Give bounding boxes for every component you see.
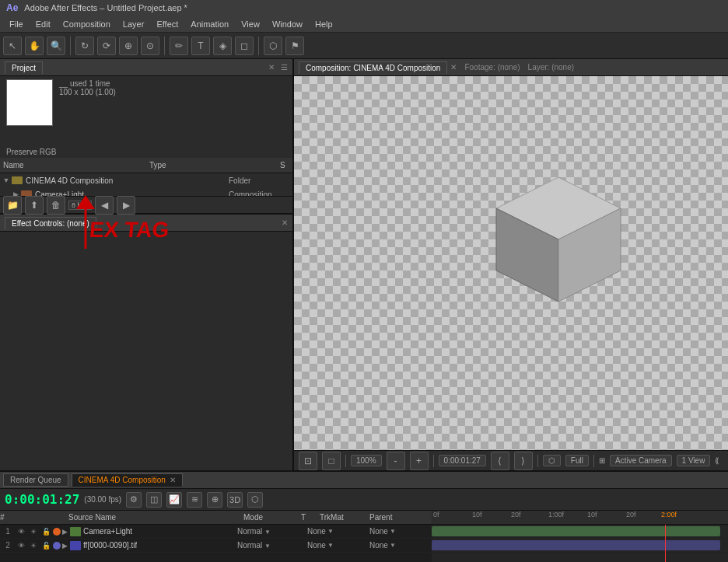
timeline-tracks: # Source Name Mode T TrkMat Parent 0f 10… — [0, 511, 728, 562]
project-delete[interactable]: 🗑 — [47, 196, 65, 215]
track-parent-2[interactable]: None ▼ — [369, 541, 432, 550]
tl-col-headers: # Source Name Mode T TrkMat Parent 0f 10… — [0, 511, 728, 525]
track-expand-1[interactable]: ▶ — [62, 528, 68, 536]
timecode-display[interactable]: 0:00:01:27 — [439, 455, 486, 466]
tool-eraser[interactable]: ◻ — [235, 37, 254, 55]
tree-arrow-cinema4d[interactable]: ▼ — [2, 176, 11, 184]
track-solo-2[interactable]: ☀ — [28, 540, 39, 551]
panel-menu[interactable]: ☰ — [281, 63, 288, 72]
toolbar-sep-2 — [164, 37, 165, 55]
tab-cinema4d-close[interactable]: ✕ — [170, 476, 176, 484]
color-profile[interactable]: ⬡ — [543, 455, 561, 466]
tab-cinema4d-comp[interactable]: CINEMA 4D Composition ✕ — [72, 473, 183, 487]
tool-zoom[interactable]: 🔍 — [47, 37, 65, 55]
menu-effect[interactable]: Effect — [150, 19, 184, 29]
track-expand-2[interactable]: ▶ — [62, 542, 68, 550]
frame-fwd[interactable]: ⟩ — [514, 452, 533, 470]
quality-dropdown[interactable]: Full — [565, 455, 589, 466]
track-trkmat-1[interactable]: None ▼ — [307, 527, 369, 536]
project-new-item[interactable]: 📁 — [3, 196, 22, 215]
menu-help[interactable]: Help — [309, 19, 339, 29]
menu-window[interactable]: Window — [266, 19, 309, 29]
viewer-always-preview[interactable]: ⊡ — [299, 452, 317, 470]
zoom-level[interactable]: 100% — [351, 455, 382, 466]
tree-row-cinema4d-folder[interactable]: ▼ CINEMA 4D Composition Folder — [0, 173, 292, 187]
view-dropdown[interactable]: 1 View — [677, 455, 711, 466]
track-eye-1[interactable]: 👁 — [16, 526, 26, 537]
render-mode[interactable]: ⟪ — [715, 456, 719, 465]
track-trkmat-2[interactable]: None ▼ — [307, 541, 369, 550]
tool-camera-dolly[interactable]: ⊙ — [141, 37, 159, 55]
project-tab[interactable]: Project — [5, 61, 43, 74]
effect-controls-tab[interactable]: Effect Controls: (none) — [5, 217, 96, 229]
tl-btn-graph[interactable]: 📈 — [166, 492, 182, 508]
tool-rotate[interactable]: ↻ — [75, 37, 94, 55]
track-lock-2[interactable]: 🔓 — [40, 540, 51, 551]
menu-layer[interactable]: Layer — [117, 19, 151, 29]
track-lock-1[interactable]: 🔓 — [40, 526, 51, 537]
tool-pen[interactable]: ✏ — [170, 37, 188, 55]
comp-header: Composition: CINEMA 4D Composition ✕ Foo… — [294, 59, 728, 76]
tl-btn-draft[interactable]: ⬡ — [247, 492, 263, 508]
timeline-controls: 0:00:01:27 (30.00 fps) ⚙ ◫ 📈 ≋ ⊕ 3D ⬡ — [0, 489, 728, 511]
track-parent-1[interactable]: None ▼ — [369, 527, 432, 536]
toolbar: ↖ ✋ 🔍 ↻ ⟳ ⊕ ⊙ ✏ T ◈ ◻ ⬡ ⚑ — [0, 33, 728, 59]
menu-view[interactable]: View — [235, 19, 266, 29]
tool-hand[interactable]: ✋ — [25, 37, 44, 55]
comp-tab-close[interactable]: ✕ — [450, 63, 457, 72]
tab-render-queue[interactable]: Render Queue — [3, 473, 68, 487]
menu-edit[interactable]: Edit — [30, 19, 57, 29]
project-next[interactable]: ▶ — [117, 196, 135, 215]
zoom-out[interactable]: - — [387, 452, 405, 470]
project-import[interactable]: ⬆ — [25, 196, 44, 215]
tool-brush[interactable]: ◈ — [213, 37, 232, 55]
tree-row-camera-light[interactable]: ▶ Camera+Light Composition — [0, 187, 292, 196]
track-icons-2: 👁 ☀ 🔓 — [16, 540, 62, 551]
track-solo-1[interactable]: ☀ — [28, 526, 39, 537]
tool-puppet[interactable]: ⚑ — [285, 37, 304, 55]
viewer-region[interactable]: □ — [322, 452, 341, 470]
camera-dropdown[interactable]: Active Camera — [610, 455, 672, 466]
tl-btn-motion-blur[interactable]: ≋ — [187, 492, 202, 508]
track-eye-2[interactable]: 👁 — [16, 540, 26, 551]
comp-tab[interactable]: Composition: CINEMA 4D Composition — [299, 61, 447, 74]
trkmat-text-2: None — [307, 541, 326, 550]
tl-track-rows: 1 👁 ☀ 🔓 ▶ Camera+Light Normal ▼ — [0, 525, 728, 562]
vc-sep-4 — [593, 455, 594, 467]
menu-file[interactable]: File — [3, 19, 30, 29]
track-mode-2[interactable]: Normal ▼ — [237, 541, 284, 550]
project-tree: ▼ CINEMA 4D Composition Folder ▶ Camera+… — [0, 173, 292, 196]
layer-tab[interactable]: Layer: (none) — [528, 63, 574, 72]
effect-controls-close[interactable]: ✕ — [282, 218, 288, 227]
tl-btn-3d[interactable]: 3D — [227, 492, 243, 508]
track-row-1[interactable]: 1 👁 ☀ 🔓 ▶ Camera+Light Normal ▼ — [0, 525, 432, 539]
project-prev[interactable]: ◀ — [95, 196, 114, 215]
tool-camera-track[interactable]: ⊕ — [119, 37, 138, 55]
track-row-2[interactable]: 2 👁 ☀ 🔓 ▶ ff[0000-0090].tif Normal — [0, 539, 432, 553]
left-panel: Project ✕ ☰ __ used 1 time 100 x 100 (1.… — [0, 59, 294, 470]
app-title: Adobe After Effects – Untitled Project.a… — [24, 3, 187, 12]
zoom-in[interactable]: + — [410, 452, 429, 470]
comp-canvas[interactable] — [294, 76, 728, 450]
tree-arrow-camera[interactable]: ▶ — [11, 190, 20, 196]
right-panel: Composition: CINEMA 4D Composition ✕ Foo… — [294, 59, 728, 470]
tree-label-camera-light: Camera+Light — [35, 190, 229, 197]
track-mode-1[interactable]: Normal ▼ — [237, 527, 284, 536]
track-icon-2 — [70, 541, 81, 550]
tool-shape[interactable]: ⬡ — [264, 37, 282, 55]
tl-left-pane: 1 👁 ☀ 🔓 ▶ Camera+Light Normal ▼ — [0, 525, 432, 562]
menu-animation[interactable]: Animation — [184, 19, 235, 29]
tl-btn-preview-range[interactable]: ◫ — [146, 492, 162, 508]
tl-btn-settings[interactable]: ⚙ — [126, 492, 142, 508]
tool-arrow[interactable]: ↖ — [3, 37, 22, 55]
tree-type-camera-light: Composition — [229, 190, 291, 197]
footage-tab[interactable]: Footage: (none) — [464, 63, 520, 72]
menu-composition[interactable]: Composition — [57, 19, 117, 29]
tool-stamp[interactable]: T — [191, 37, 210, 55]
transparency-btn[interactable]: ⊞ — [599, 456, 605, 465]
tl-btn-frame-blend[interactable]: ⊕ — [207, 492, 222, 508]
used-time-text: used 1 time — [70, 79, 110, 88]
frame-back[interactable]: ⟨ — [491, 452, 509, 470]
project-panel-close[interactable]: ✕ — [268, 63, 275, 72]
tool-camera-orbit[interactable]: ⟳ — [97, 37, 116, 55]
